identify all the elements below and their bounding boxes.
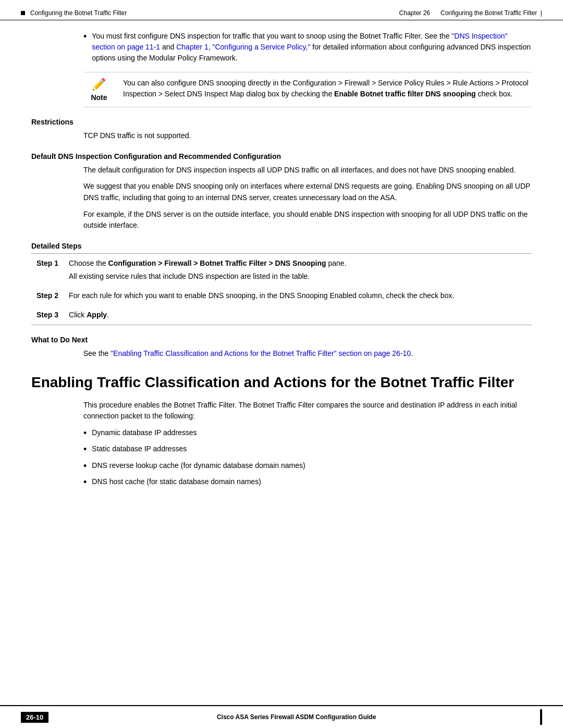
sub-bullet-dot: • [83, 443, 87, 455]
step-3-content: Click Apply. [64, 305, 532, 325]
big-section-bullets: •Dynamic database IP addresses•Static da… [31, 427, 532, 489]
restrictions-section: Restrictions TCP DNS traffic is not supp… [31, 118, 532, 142]
step-2-num: Step 2 [31, 286, 64, 305]
header-breadcrumb: Configuring the Botnet Traffic Filter [21, 9, 127, 17]
big-section-heading: Enabling Traffic Classification and Acti… [31, 374, 532, 391]
pencil-icon: ✏️ [92, 78, 106, 91]
step-3-num: Step 3 [31, 305, 64, 325]
note-icon-area: ✏️ Note [83, 78, 115, 102]
header-breadcrumb-text: Configuring the Botnet Traffic Filter [30, 9, 127, 17]
note-content: You can also configure DNS snooping dire… [123, 78, 532, 100]
detailed-steps-section: Detailed Steps Step 1 Choose the Configu… [31, 242, 532, 325]
what-next-heading: What to Do Next [31, 336, 532, 344]
bullet-dot: • [83, 31, 87, 43]
big-section-intro: This procedure enables the Botnet Traffi… [31, 400, 532, 422]
note-box: ✏️ Note You can also configure DNS snoop… [83, 72, 532, 107]
restrictions-content: TCP DNS traffic is not supported. [31, 130, 532, 142]
default-dns-para3: For example, if the DNS server is on the… [31, 209, 532, 231]
bullet-item-1: • You must first configure DNS inspectio… [83, 31, 532, 64]
bullet-text-between: and [160, 43, 176, 51]
page-footer: 26-10 Cisco ASA Series Firewall ASDM Con… [0, 705, 563, 728]
step-3-bold: Apply [87, 311, 107, 319]
what-next-content: See the "Enabling Traffic Classification… [31, 348, 532, 359]
step-2-content: For each rule for which you want to enab… [64, 286, 532, 305]
footer-right-bar [540, 709, 542, 725]
header-chapter: Chapter 26 [399, 9, 430, 17]
bullet-section: • You must first configure DNS inspectio… [31, 31, 532, 64]
list-item: •DNS reverse lookup cache (for dynamic d… [83, 460, 532, 472]
detailed-steps-heading: Detailed Steps [31, 242, 532, 250]
note-bold-text: Enable Botnet traffic filter DNS snoopin… [334, 90, 475, 98]
steps-table: Step 1 Choose the Configuration > Firewa… [31, 253, 532, 325]
list-item: •Static database IP addresses [83, 443, 532, 455]
header-icon [21, 11, 25, 15]
note-text-after: check box. [476, 90, 513, 98]
sub-bullet-dot: • [83, 427, 87, 439]
what-next-text-after: . [411, 349, 413, 357]
sub-bullet-dot: • [83, 460, 87, 472]
header-title: Configuring the Botnet Traffic Filter [440, 9, 537, 17]
footer-page-num: 26-10 [21, 712, 48, 723]
note-section: ✏️ Note You can also configure DNS snoop… [31, 72, 532, 107]
note-label: Note [91, 93, 107, 102]
sub-bullet-dot: • [83, 476, 87, 488]
table-row: Step 3 Click Apply. [31, 305, 532, 325]
header-chapter-title: Chapter 26 Configuring the Botnet Traffi… [399, 9, 542, 17]
step-1-num: Step 1 [31, 254, 64, 287]
step-1-main: Choose the Configuration > Firewall > Bo… [69, 258, 527, 269]
default-dns-heading: Default DNS Inspection Configuration and… [31, 152, 532, 161]
sub-bullet-text: DNS host cache (for static database doma… [92, 476, 261, 487]
table-row: Step 2 For each rule for which you want … [31, 286, 532, 305]
sub-bullet-text: Dynamic database IP addresses [92, 427, 197, 438]
step-1-content: Choose the Configuration > Firewall > Bo… [64, 254, 532, 287]
chapter1-link[interactable]: Chapter 1, "Configuring a Service Policy… [176, 43, 310, 51]
step-1-text-before: Choose the [69, 259, 108, 267]
enabling-traffic-link[interactable]: "Enabling Traffic Classification and Act… [111, 349, 411, 357]
step-1-bold: Configuration > Firewall > Botnet Traffi… [108, 259, 326, 267]
main-content: • You must first configure DNS inspectio… [0, 20, 563, 536]
default-dns-para1: The default configuration for DNS inspec… [31, 165, 532, 176]
page-header: Configuring the Botnet Traffic Filter Ch… [0, 0, 563, 20]
sub-bullet-text: DNS reverse lookup cache (for dynamic da… [92, 460, 305, 471]
step-3-text-after: . [107, 311, 109, 319]
sub-bullet-text: Static database IP addresses [92, 443, 187, 454]
list-item: •DNS host cache (for static database dom… [83, 476, 532, 488]
restrictions-heading: Restrictions [31, 118, 532, 126]
what-to-do-next-section: What to Do Next See the "Enabling Traffi… [31, 336, 532, 359]
step-1-text-after: pane. [326, 259, 347, 267]
bullet-text: You must first configure DNS inspection … [92, 31, 532, 64]
footer-guide-title: Cisco ASA Series Firewall ASDM Configura… [48, 713, 540, 721]
bullet-text-before: You must first configure DNS inspection … [92, 32, 451, 40]
default-dns-section: Default DNS Inspection Configuration and… [31, 152, 532, 231]
page: Configuring the Botnet Traffic Filter Ch… [0, 0, 563, 728]
what-next-text-before: See the [83, 349, 111, 357]
step-3-text-before: Click [69, 311, 87, 319]
default-dns-para2: We suggest that you enable DNS snooping … [31, 181, 532, 203]
table-row: Step 1 Choose the Configuration > Firewa… [31, 254, 532, 287]
list-item: •Dynamic database IP addresses [83, 427, 532, 439]
step-1-sub: All existing service rules that include … [69, 271, 527, 282]
footer-title-text: Cisco ASA Series Firewall ASDM Configura… [217, 713, 376, 721]
